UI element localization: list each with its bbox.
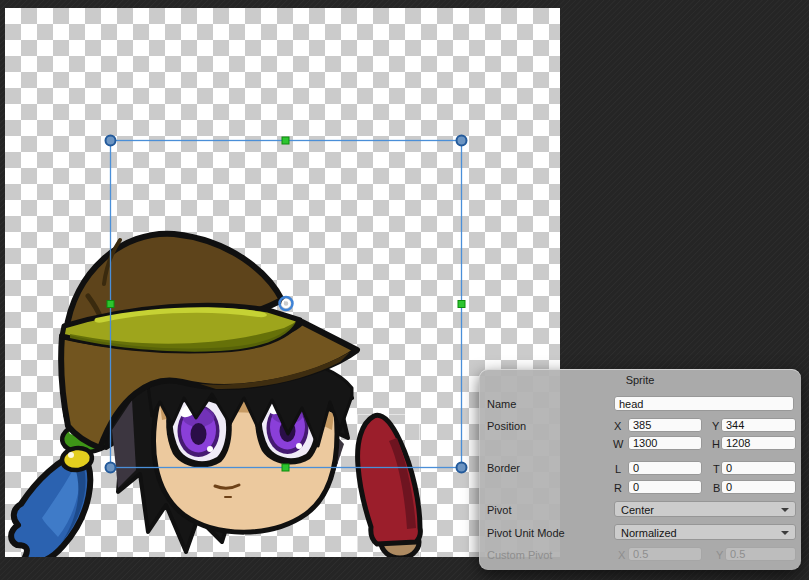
pivot-label: Pivot: [487, 505, 511, 516]
dropdown-arrow-icon: [781, 508, 789, 512]
pivot-unit-mode-dropdown[interactable]: Normalized: [614, 524, 796, 540]
texture-canvas[interactable]: [5, 8, 560, 557]
y-input[interactable]: [721, 418, 796, 432]
border-t-label: T: [713, 464, 720, 475]
y-label: Y: [712, 421, 719, 432]
pivot-unit-mode-dropdown-value: Normalized: [621, 527, 677, 539]
custom-pivot-x-input: [628, 547, 702, 561]
dropdown-arrow-icon: [781, 531, 789, 535]
border-b-label: B: [713, 483, 720, 494]
w-label: W: [613, 439, 623, 450]
border-r-label: R: [614, 483, 622, 494]
border-label: Border: [487, 463, 520, 474]
name-input[interactable]: [614, 396, 794, 411]
pivot-unit-mode-label: Pivot Unit Mode: [487, 528, 565, 539]
x-input[interactable]: [628, 418, 702, 432]
x-label: X: [614, 421, 621, 432]
sprite-panel: Sprite Name Position X Y W H Border L T …: [479, 369, 801, 570]
custom-pivot-label: Custom Pivot: [487, 550, 552, 561]
name-label: Name: [487, 399, 516, 410]
h-input[interactable]: [721, 436, 796, 450]
position-label: Position: [487, 421, 526, 432]
border-r-input[interactable]: [628, 480, 702, 494]
border-b-input[interactable]: [721, 480, 796, 494]
panel-title: Sprite: [479, 374, 801, 386]
custom-pivot-y-input: [725, 547, 796, 561]
pivot-dropdown-value: Center: [621, 504, 654, 516]
w-input[interactable]: [628, 436, 702, 450]
custom-pivot-x-label: X: [618, 550, 625, 561]
custom-pivot-y-label: Y: [716, 550, 723, 561]
pivot-dropdown[interactable]: Center: [614, 501, 796, 517]
border-t-input[interactable]: [721, 461, 796, 475]
border-l-label: L: [615, 464, 621, 475]
sprite-editor-window: { "sprite_panel": { "title": "Sprite", "…: [0, 0, 809, 580]
border-l-input[interactable]: [628, 461, 702, 475]
h-label: H: [712, 439, 720, 450]
